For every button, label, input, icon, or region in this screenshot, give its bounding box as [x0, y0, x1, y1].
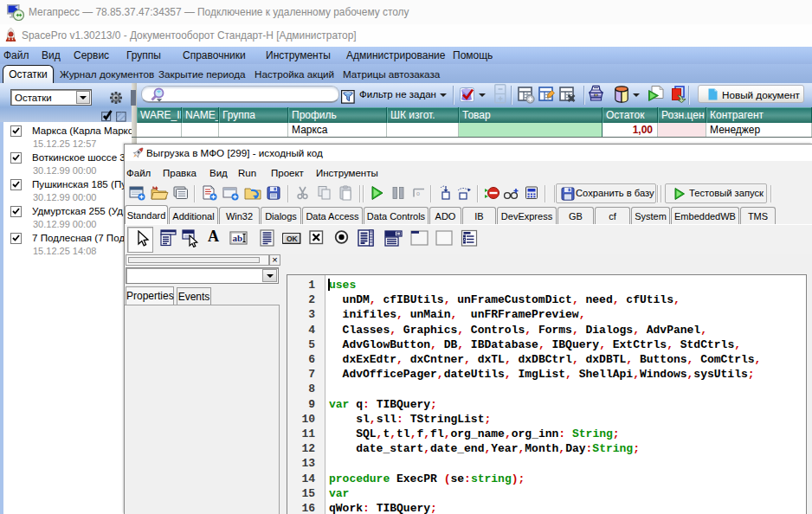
- svg-text:ab: ab: [233, 233, 243, 243]
- svg-text:OK: OK: [287, 235, 299, 243]
- svg-text:o: o: [416, 190, 420, 196]
